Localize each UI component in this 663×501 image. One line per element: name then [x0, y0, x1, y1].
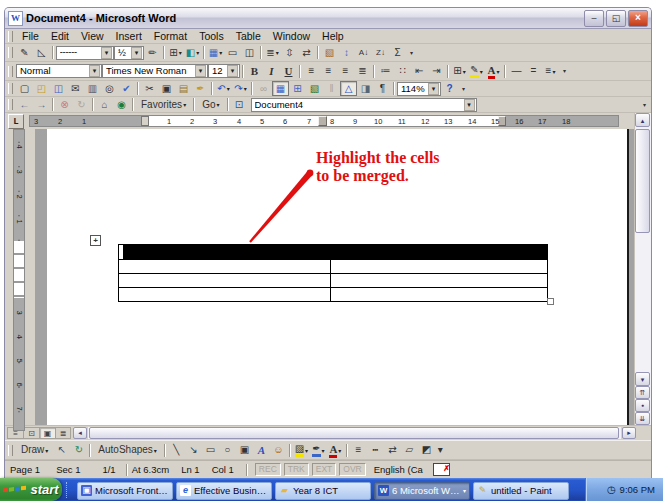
font-combo[interactable]: Times New Roman: [102, 64, 208, 78]
line-weight-combo[interactable]: ½: [114, 46, 144, 60]
outside-border-button[interactable]: ⊞: [167, 45, 184, 60]
start-button[interactable]: start: [0, 478, 62, 501]
align-left-button[interactable]: ≡: [303, 64, 320, 79]
previous-page-button[interactable]: ⇈: [635, 386, 650, 399]
forward-button[interactable]: →: [33, 97, 50, 112]
menu-insert[interactable]: Insert: [110, 29, 148, 43]
italic-button[interactable]: I: [263, 64, 280, 79]
one-half-spacing-button[interactable]: =: [525, 64, 542, 79]
show-hide-button[interactable]: ¶: [374, 81, 391, 96]
line-style-button[interactable]: ≡: [350, 443, 367, 458]
table-column-marker[interactable]: [318, 116, 327, 126]
border-color-button[interactable]: ✏: [144, 45, 161, 60]
zoom-combo[interactable]: 114%: [397, 82, 441, 96]
toolbar-grip[interactable]: [8, 47, 13, 58]
taskbar-year8-ict[interactable]: ▰Year 8 ICT▾: [275, 482, 371, 500]
toolbar-grip[interactable]: [8, 66, 13, 77]
menu-view[interactable]: View: [75, 29, 110, 43]
split-cells-button[interactable]: ◫: [241, 45, 258, 60]
paste-button[interactable]: ▤: [175, 81, 192, 96]
arrow-button[interactable]: ↘: [185, 443, 202, 458]
draw-menu[interactable]: Draw: [16, 443, 53, 458]
spelling-button[interactable]: ✔: [118, 81, 135, 96]
toolbar-grip[interactable]: [8, 445, 13, 456]
minimize-button[interactable]: –: [584, 10, 604, 27]
toolbar-grip[interactable]: [8, 83, 13, 94]
table-cell[interactable]: [119, 288, 331, 301]
cell-alignment-button[interactable]: ≣: [264, 45, 281, 60]
draw-table-button[interactable]: ✎: [16, 45, 33, 60]
change-text-direction-button[interactable]: ↕: [338, 45, 355, 60]
dash-style-button[interactable]: ┅: [367, 443, 384, 458]
menu-edit[interactable]: Edit: [45, 29, 75, 43]
record-macro-toggle[interactable]: REC: [255, 463, 281, 476]
numbering-button[interactable]: ≔: [377, 64, 394, 79]
table-row[interactable]: [119, 259, 547, 273]
table-move-handle[interactable]: +: [90, 235, 101, 246]
web-layout-view-button[interactable]: ⊡: [23, 427, 39, 439]
line-color-button[interactable]: ✒: [310, 443, 327, 458]
toolbar-options-button[interactable]: ▾: [435, 443, 446, 458]
table-cell[interactable]: [331, 274, 547, 287]
title-bar[interactable]: W Document4 - Microsoft Word – ◱ ×: [5, 8, 651, 29]
insert-table-button[interactable]: ⊞: [289, 81, 306, 96]
help-button[interactable]: ?: [441, 81, 458, 96]
horizontal-ruler[interactable]: 321123456789101112131415161718: [29, 115, 619, 127]
go-menu[interactable]: Go: [197, 97, 224, 112]
increase-indent-button[interactable]: ⇥: [428, 64, 445, 79]
justify-button[interactable]: ≣: [354, 64, 371, 79]
threed-button[interactable]: ◩: [418, 443, 435, 458]
shadow-button[interactable]: ▱: [401, 443, 418, 458]
restore-button[interactable]: ◱: [606, 10, 626, 27]
insert-wordart-button[interactable]: A: [253, 443, 270, 458]
menu-file[interactable]: File: [16, 29, 45, 43]
sort-ascending-button[interactable]: A↓: [355, 45, 372, 60]
menu-table[interactable]: Table: [230, 29, 267, 43]
menu-format[interactable]: Format: [148, 29, 193, 43]
redo-button[interactable]: ↷: [232, 81, 249, 96]
table-cell[interactable]: [119, 260, 331, 273]
toolbar-options-button[interactable]: ▾: [559, 64, 570, 79]
select-objects-button[interactable]: ↖: [53, 443, 70, 458]
favorites-menu[interactable]: Favorites: [136, 97, 191, 112]
arrow-style-button[interactable]: ⇄: [384, 443, 401, 458]
drawing-button[interactable]: △: [340, 81, 357, 96]
columns-button[interactable]: ‖: [323, 81, 340, 96]
first-line-indent-marker[interactable]: [141, 116, 149, 126]
text-box-button[interactable]: ▣: [236, 443, 253, 458]
new-document-button[interactable]: ▢: [16, 81, 33, 96]
highlight-button[interactable]: ✎: [468, 64, 485, 79]
table-resize-handle[interactable]: [547, 298, 554, 305]
word-app-icon[interactable]: W: [8, 11, 23, 26]
open-button[interactable]: ◰: [33, 81, 50, 96]
toolbar-grip[interactable]: [8, 31, 13, 42]
toolbar-options-button[interactable]: ▾: [406, 45, 417, 60]
border-button[interactable]: ⊞: [451, 64, 468, 79]
vertical-scrollbar[interactable]: ▴ ▾ ⇈ ● ⇊: [634, 113, 651, 425]
autosum-button[interactable]: Σ: [389, 45, 406, 60]
toolbar-grip[interactable]: [8, 99, 13, 110]
close-button[interactable]: ×: [628, 10, 648, 27]
menu-tools[interactable]: Tools: [193, 29, 230, 43]
toolbar-options-button[interactable]: ▾: [639, 97, 650, 112]
tab-stop-selector[interactable]: L: [8, 114, 24, 129]
stop-button[interactable]: ⊗: [56, 97, 73, 112]
horizontal-scroll-thumb[interactable]: [89, 427, 619, 439]
document-map-button[interactable]: ◨: [357, 81, 374, 96]
spelling-grammar-status-icon[interactable]: [433, 463, 450, 476]
toolbar-options-button[interactable]: ▾: [458, 81, 469, 96]
align-center-button[interactable]: ≡: [320, 64, 337, 79]
email-button[interactable]: ✉: [67, 81, 84, 96]
merge-cells-button[interactable]: ▭: [224, 45, 241, 60]
align-right-button[interactable]: ≡: [337, 64, 354, 79]
scroll-left-button[interactable]: ◂: [73, 427, 87, 439]
search-web-button[interactable]: ◉: [113, 97, 130, 112]
taskbar-word-group[interactable]: W6 Microsoft Word fo...▾: [374, 482, 470, 500]
show-web-toolbar-only-button[interactable]: ⊡: [231, 97, 248, 112]
undo-button[interactable]: ↶: [215, 81, 232, 96]
menu-window[interactable]: Window: [267, 29, 316, 43]
insert-hyperlink-button[interactable]: ∞: [255, 81, 272, 96]
document-table[interactable]: [118, 244, 548, 302]
horizontal-scrollbar[interactable]: [88, 427, 621, 439]
quick-launch-grip[interactable]: [66, 482, 77, 498]
